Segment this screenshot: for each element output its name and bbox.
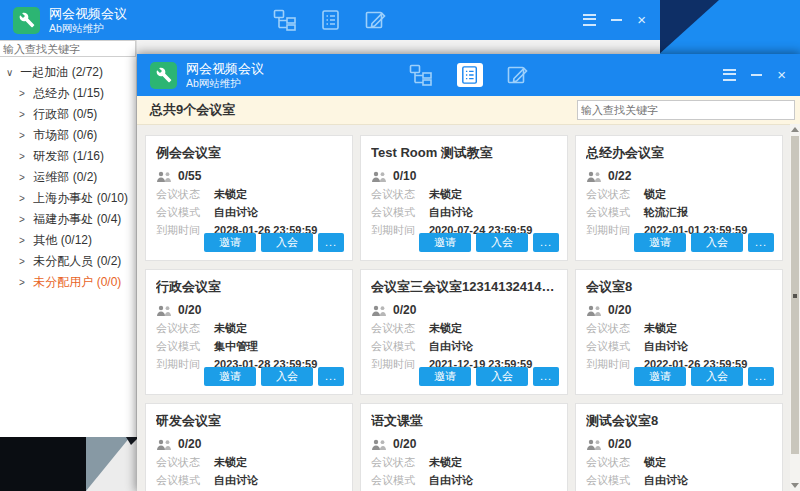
tree-expander-icon[interactable]: > [19,188,30,209]
tree-expander-icon[interactable]: > [19,230,30,251]
card-actions: 邀请 入会 ... [204,233,344,252]
window-title: 网会视频会议 [49,6,127,22]
tree-expander-icon[interactable]: > [19,104,30,125]
tree-item-label: 市场部 (0/6) [33,128,97,142]
room-capacity-row: 0/20 [371,303,557,317]
sidebar-tree-item[interactable]: > 市场部 (0/6) [0,125,136,146]
scrollbar-thumb[interactable] [791,136,799,454]
tree-expander-icon[interactable]: > [19,251,30,272]
tree-expander-icon[interactable]: > [19,125,30,146]
invite-button[interactable]: 邀请 [419,233,471,252]
room-capacity-row: 0/20 [586,303,772,317]
edit-icon[interactable] [507,64,529,86]
list-icon-selected[interactable] [457,63,483,87]
room-name: 研发会议室 [156,412,342,430]
sidebar-tree-item[interactable]: > 上海办事处 (0/10) [0,188,136,209]
sidebar-search-input[interactable] [0,40,136,57]
mode-label: 会议模式 [586,206,644,219]
join-button[interactable]: 入会 [476,367,528,386]
sidebar-tree-item[interactable]: > 其他 (0/12) [0,230,136,251]
tree-expander-icon[interactable]: > [19,167,30,188]
join-button[interactable]: 入会 [691,233,743,252]
mode-label: 会议模式 [156,474,214,487]
sidebar-tree-item[interactable]: ∨ 一起加油 (2/72) [0,62,136,83]
room-count-summary: 总共9个会议室 [150,101,235,119]
invite-button[interactable]: 邀请 [419,367,471,386]
invite-button[interactable]: 邀请 [204,233,256,252]
sidebar-tree-item[interactable]: > 未分配用户 (0/0) [0,272,136,293]
desktop-wallpaper-top-right [655,0,800,56]
tree-expander-icon[interactable]: ∨ [6,62,17,83]
close-icon[interactable]: × [777,68,786,82]
sidebar-tree-item[interactable]: > 未分配人员 (0/2) [0,251,136,272]
mode-value: 自由讨论 [429,340,473,353]
sidebar-tree-item[interactable]: > 运维部 (0/2) [0,167,136,188]
more-button[interactable]: ... [318,367,344,386]
sidebar-tree-item[interactable]: > 行政部 (0/5) [0,104,136,125]
invite-button[interactable]: 邀请 [204,367,256,386]
meeting-room-card: Test Room 测试教室 0/10 会议状态 未锁定 会议模式 自由讨论 到… [360,135,568,261]
tree-item-label: 研发部 (1/16) [33,149,104,163]
tree-expander-icon[interactable]: > [19,146,30,167]
front-window: 网会视频会议 Ab网站维护 [137,54,800,491]
mode-value: 轮流汇报 [644,206,688,219]
mode-label: 会议模式 [371,474,429,487]
room-name: 会议室三会议室123141324141三会... [371,278,557,296]
vertical-scrollbar[interactable] [790,124,800,491]
status-value: 未锁定 [429,456,462,469]
sidebar-tree-item[interactable]: > 福建办事处 (0/4) [0,209,136,230]
mode-value: 自由讨论 [429,474,473,487]
back-window-titles: 网会视频会议 Ab网站维护 [49,6,127,34]
list-icon[interactable] [321,9,341,31]
more-button[interactable]: ... [748,367,774,386]
sidebar-tree-item[interactable]: > 研发部 (1/16) [0,146,136,167]
menu-icon[interactable] [583,13,596,27]
window-subtitle: Ab网站维护 [186,77,264,89]
room-name: 会议室8 [586,278,772,296]
mode-label: 会议模式 [586,474,644,487]
screen: 网会视频会议 Ab网站维护 [0,0,800,491]
minimize-icon[interactable] [751,68,762,82]
meeting-room-card: 语文课堂 0/20 会议状态 未锁定 会议模式 自由讨论 到期时间 2022-0… [360,403,568,491]
org-chart-icon[interactable] [273,9,297,31]
tree-expander-icon[interactable]: > [19,272,30,293]
meeting-room-card: 会议室三会议室123141324141三会... 0/20 会议状态 未锁定 会… [360,269,568,395]
more-button[interactable]: ... [533,367,559,386]
card-actions: 邀请 入会 ... [204,367,344,386]
join-button[interactable]: 入会 [261,233,313,252]
minimize-icon[interactable] [611,13,622,27]
menu-icon[interactable] [723,68,736,82]
join-button[interactable]: 入会 [476,233,528,252]
tree-expander-icon[interactable]: > [19,209,30,230]
scroll-down-icon[interactable] [791,483,799,488]
invite-button[interactable]: 邀请 [634,233,686,252]
close-icon[interactable]: × [637,13,646,27]
scroll-up-icon[interactable] [791,127,799,132]
room-name: Test Room 测试教室 [371,144,557,162]
status-label: 会议状态 [156,322,214,335]
join-button[interactable]: 入会 [261,367,313,386]
status-value: 锁定 [644,188,666,201]
room-search-input[interactable] [577,100,795,120]
front-window-titlebar: 网会视频会议 Ab网站维护 [137,54,800,96]
mode-label: 会议模式 [586,340,644,353]
meeting-room-card: 会议室8 0/20 会议状态 未锁定 会议模式 自由讨论 到期时间 2022-0… [575,269,783,395]
more-button[interactable]: ... [533,233,559,252]
sidebar-tree-item[interactable]: > 总经办 (1/15) [0,83,136,104]
invite-button[interactable]: 邀请 [634,367,686,386]
more-button[interactable]: ... [318,233,344,252]
tree-item-label: 未分配人员 (0/2) [33,254,121,268]
tree-expander-icon[interactable]: > [19,83,30,104]
status-value: 未锁定 [429,188,462,201]
status-label: 会议状态 [586,322,644,335]
room-capacity-row: 0/20 [371,437,557,451]
join-button[interactable]: 入会 [691,367,743,386]
edit-icon[interactable] [365,9,387,31]
more-button[interactable]: ... [748,233,774,252]
room-capacity-row: 0/20 [156,303,342,317]
mode-label: 会议模式 [371,340,429,353]
status-value: 未锁定 [644,322,677,335]
org-chart-icon[interactable] [409,64,433,86]
back-toolbar [273,0,387,40]
people-icon [156,439,172,450]
